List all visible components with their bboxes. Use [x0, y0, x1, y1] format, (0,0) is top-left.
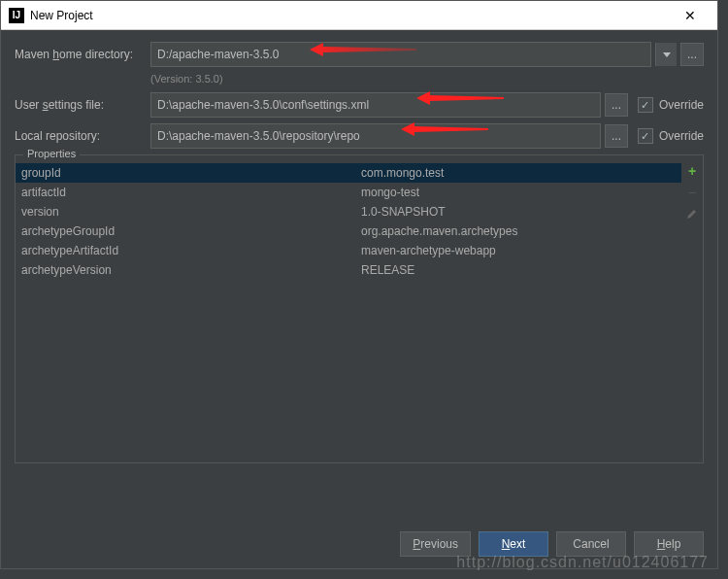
property-key: artifactId: [21, 186, 361, 199]
property-value: 1.0-SNAPSHOT: [361, 205, 676, 219]
content-area: Maven home directory: D:/apache-maven-3.…: [1, 30, 717, 463]
property-value: RELEASE: [361, 263, 676, 277]
checkbox-icon: ✓: [638, 97, 653, 113]
properties-title: Properties: [23, 148, 80, 159]
user-settings-override[interactable]: ✓ Override: [638, 97, 704, 113]
property-value: org.apache.maven.archetypes: [361, 224, 676, 238]
maven-home-browse-button[interactable]: ...: [680, 43, 704, 66]
property-key: groupId: [21, 166, 361, 180]
property-key: archetypeGroupId: [21, 224, 361, 238]
user-settings-label: User settings file:: [15, 98, 150, 112]
property-value: mongo-test: [361, 186, 676, 199]
maven-home-row: Maven home directory: D:/apache-maven-3.…: [15, 42, 704, 67]
property-row[interactable]: archetypeVersion RELEASE: [16, 260, 681, 280]
chevron-down-icon: [663, 52, 671, 57]
user-settings-input[interactable]: D:\apache-maven-3.5.0\conf\settings.xml: [150, 92, 601, 118]
property-row[interactable]: version 1.0-SNAPSHOT: [16, 202, 681, 221]
property-key: archetypeVersion: [21, 263, 361, 277]
properties-table: groupId com.mongo.test artifactId mongo-…: [16, 155, 703, 462]
properties-toolbar: + −: [681, 155, 703, 462]
maven-home-value: D:/apache-maven-3.5.0: [157, 48, 279, 61]
property-key: archetypeArtifactId: [21, 244, 361, 257]
dialog-window: IJ New Project ✕ Maven home directory: D…: [0, 0, 718, 569]
edit-property-button[interactable]: [684, 206, 700, 221]
local-repo-label: Local repository:: [15, 129, 150, 143]
maven-version-text: (Version: 3.5.0): [15, 73, 704, 85]
property-row[interactable]: archetypeArtifactId maven-archetype-weba…: [16, 241, 681, 260]
remove-property-button[interactable]: −: [684, 185, 700, 200]
pencil-icon: [686, 208, 698, 220]
maven-home-dropdown-arrow[interactable]: [655, 43, 677, 66]
property-key: version: [21, 205, 361, 219]
override-label: Override: [659, 129, 704, 143]
window-title: New Project: [30, 9, 671, 22]
property-row[interactable]: artifactId mongo-test: [16, 183, 681, 202]
user-settings-browse-button[interactable]: ...: [605, 93, 628, 117]
local-repo-browse-button[interactable]: ...: [605, 124, 628, 148]
watermark-text: http://blog.csdn.net/u012406177: [456, 554, 709, 571]
checkbox-icon: ✓: [638, 128, 653, 144]
property-row[interactable]: groupId com.mongo.test: [16, 163, 681, 183]
local-repo-input[interactable]: D:\apache-maven-3.5.0\repository\repo: [150, 123, 601, 149]
properties-panel: Properties groupId com.mongo.test artifa…: [15, 154, 704, 463]
override-label: Override: [659, 98, 704, 112]
local-repo-value: D:\apache-maven-3.5.0\repository\repo: [157, 129, 360, 143]
local-repo-override[interactable]: ✓ Override: [638, 128, 704, 144]
property-value: maven-archetype-webapp: [361, 244, 676, 257]
add-property-button[interactable]: +: [684, 163, 700, 179]
property-value: com.mongo.test: [361, 166, 676, 180]
app-icon: IJ: [9, 8, 24, 23]
local-repo-row: Local repository: D:\apache-maven-3.5.0\…: [15, 123, 704, 149]
titlebar: IJ New Project ✕: [1, 1, 717, 30]
close-button[interactable]: ✕: [671, 2, 710, 29]
properties-list[interactable]: groupId com.mongo.test artifactId mongo-…: [16, 155, 681, 462]
maven-home-label: Maven home directory:: [15, 48, 150, 61]
property-row[interactable]: archetypeGroupId org.apache.maven.archet…: [16, 221, 681, 241]
user-settings-value: D:\apache-maven-3.5.0\conf\settings.xml: [157, 98, 369, 112]
maven-home-dropdown[interactable]: D:/apache-maven-3.5.0: [150, 42, 651, 67]
user-settings-row: User settings file: D:\apache-maven-3.5.…: [15, 92, 704, 118]
